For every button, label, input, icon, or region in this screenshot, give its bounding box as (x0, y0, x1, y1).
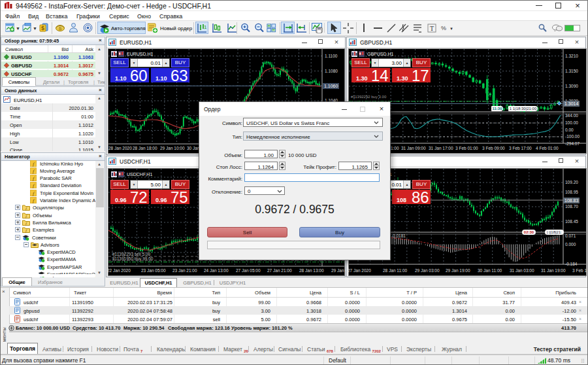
svg-text:T: T (430, 25, 434, 32)
svg-text:S: S (59, 26, 62, 31)
svg-text:1: 1 (204, 24, 207, 30)
svg-text:$: $ (41, 25, 44, 31)
